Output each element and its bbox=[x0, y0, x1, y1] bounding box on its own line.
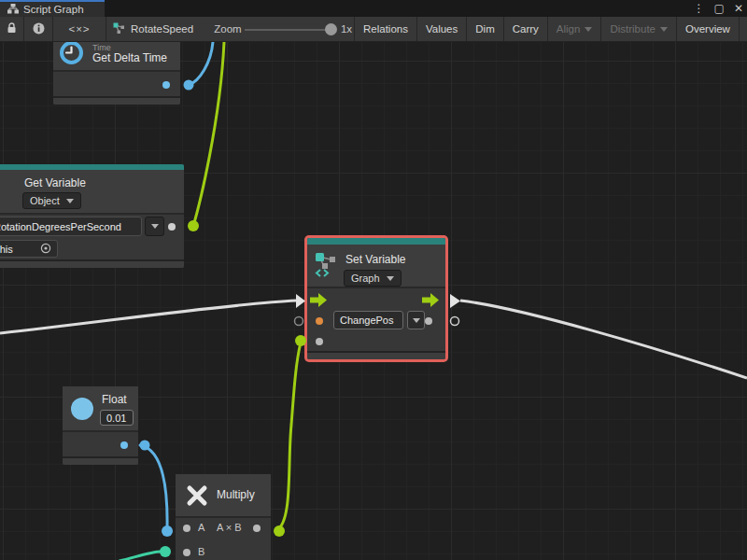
variable-name-dropdown-button[interactable] bbox=[407, 311, 425, 329]
port-multiply-a[interactable] bbox=[183, 525, 190, 532]
info-button[interactable] bbox=[24, 17, 53, 41]
port-get-variable-output[interactable] bbox=[168, 223, 176, 231]
wire-float-to-multiply[interactable] bbox=[140, 445, 167, 529]
toolbar-button-relations[interactable]: Relations bbox=[355, 17, 417, 41]
variable-icon bbox=[314, 251, 340, 281]
graph-tab-icon bbox=[7, 4, 19, 16]
toolbar-button-fullscreen[interactable]: Full Screen bbox=[740, 17, 747, 41]
chevron-down-icon bbox=[413, 318, 420, 323]
node-set-variable[interactable]: Set Variable Graph ChangePos bbox=[307, 238, 445, 359]
graph-canvas[interactable]: Time Get Delta Time Get Variable Object … bbox=[0, 42, 747, 560]
graph-breadcrumb[interactable]: RotateSpeed bbox=[112, 17, 201, 41]
graph-breadcrumb-icon bbox=[112, 21, 125, 36]
window-close-icon[interactable]: ✕ bbox=[734, 0, 743, 17]
zoom-label: Zoom bbox=[213, 17, 243, 41]
graph-toolbar: <×> RotateSpeed Zoom 1x Relations Values… bbox=[0, 17, 747, 42]
multiply-icon bbox=[183, 482, 211, 513]
port-value-input[interactable] bbox=[316, 338, 323, 345]
toolbar-button-values[interactable]: Values bbox=[417, 17, 467, 41]
toolbar-button-align[interactable]: Align bbox=[548, 17, 602, 41]
tab-bar: Script Graph ⋮ ▢ ✕ bbox=[0, 0, 747, 17]
variable-name-field[interactable]: RotationDegreesPerSecond bbox=[0, 217, 142, 236]
zoom-slider-handle[interactable] bbox=[325, 23, 337, 35]
node-accent-strip bbox=[307, 238, 445, 245]
lock-button[interactable] bbox=[0, 17, 24, 41]
tab-script-graph[interactable]: Script Graph bbox=[0, 0, 105, 17]
node-title: Set Variable bbox=[345, 253, 405, 266]
free-port-right bbox=[451, 317, 459, 326]
wire-endpoint-teal[interactable] bbox=[160, 546, 171, 557]
port-delta-time-output[interactable] bbox=[162, 81, 170, 89]
wire-control-out[interactable] bbox=[460, 301, 747, 378]
target-object-field[interactable]: This bbox=[0, 240, 58, 258]
port-set-variable-output[interactable] bbox=[425, 317, 432, 325]
wire-endpoint-lime[interactable] bbox=[274, 525, 285, 537]
variable-name-dropdown-button[interactable] bbox=[145, 217, 164, 236]
variable-scope-dropdown[interactable]: Graph bbox=[344, 270, 402, 287]
node-title: Float bbox=[102, 393, 127, 406]
code-icon: <×> bbox=[68, 23, 90, 35]
port-label-b: B bbox=[198, 546, 204, 557]
free-port-left bbox=[295, 317, 303, 326]
info-icon bbox=[33, 22, 45, 36]
node-title: Multiply bbox=[217, 488, 255, 501]
object-picker-icon[interactable] bbox=[40, 243, 51, 256]
wire-control-in[interactable] bbox=[0, 301, 296, 333]
wire-multiply-to-set-variable[interactable] bbox=[279, 343, 301, 528]
clock-icon bbox=[59, 42, 84, 69]
wire-endpoint-blue[interactable] bbox=[162, 525, 173, 537]
wire-endpoint-blue[interactable] bbox=[184, 80, 194, 91]
flow-input-arrow[interactable] bbox=[310, 293, 327, 311]
port-float-output[interactable] bbox=[120, 441, 128, 449]
chevron-down-icon bbox=[387, 276, 394, 281]
node-title: Get Variable bbox=[24, 176, 86, 189]
lock-icon bbox=[7, 22, 17, 35]
toolbar-button-dim[interactable]: Dim bbox=[467, 17, 503, 41]
wire-endpoint-lime[interactable] bbox=[295, 335, 306, 346]
chevron-down-icon bbox=[66, 199, 74, 203]
zoom-value: 1x bbox=[338, 17, 355, 41]
chevron-down-icon bbox=[151, 224, 159, 229]
float-value-field[interactable]: 0.01 bbox=[100, 410, 134, 426]
port-multiply-result[interactable] bbox=[253, 525, 261, 532]
tab-title: Script Graph bbox=[23, 4, 84, 15]
wire-delta-time[interactable] bbox=[189, 42, 213, 85]
port-label-a: A bbox=[198, 522, 204, 533]
zoom-slider-track[interactable] bbox=[245, 29, 329, 31]
node-get-variable[interactable]: Get Variable Object RotationDegreesPerSe… bbox=[0, 164, 184, 268]
variable-scope-dropdown[interactable]: Object bbox=[22, 192, 81, 209]
window-maximize-icon[interactable]: ▢ bbox=[714, 0, 725, 17]
node-multiply[interactable]: Multiply A A × B B bbox=[176, 474, 271, 560]
chevron-down-icon bbox=[660, 27, 668, 32]
wire-get-variable[interactable] bbox=[193, 42, 224, 226]
node-float[interactable]: Float 0.01 bbox=[63, 386, 138, 465]
control-arrowhead-out bbox=[450, 294, 460, 308]
wire-endpoint-lime[interactable] bbox=[188, 220, 199, 231]
float-icon bbox=[70, 397, 94, 425]
variable-name-field[interactable]: ChangePos bbox=[333, 311, 403, 329]
port-multiply-b[interactable] bbox=[183, 549, 190, 556]
control-arrowhead-in bbox=[296, 294, 305, 308]
port-label-result: A × B bbox=[217, 522, 242, 533]
graph-name: RotateSpeed bbox=[131, 23, 193, 35]
toolbar-button-overview[interactable]: Overview bbox=[677, 17, 740, 41]
wire-endpoint-blue[interactable] bbox=[140, 441, 150, 451]
script-graph-window: Script Graph ⋮ ▢ ✕ <×> bbox=[0, 0, 747, 560]
node-title: Get Delta Time bbox=[92, 52, 167, 65]
port-variable-name-input[interactable] bbox=[316, 317, 323, 325]
code-preview-button[interactable]: <×> bbox=[53, 17, 106, 41]
chevron-down-icon bbox=[585, 27, 592, 32]
wire-to-multiply-b[interactable] bbox=[120, 552, 161, 560]
window-menu-icon[interactable]: ⋮ bbox=[694, 0, 705, 17]
toolbar-button-distribute[interactable]: Distribute bbox=[601, 17, 677, 41]
node-get-delta-time[interactable]: Time Get Delta Time bbox=[53, 42, 180, 105]
flow-output-arrow[interactable] bbox=[422, 293, 439, 311]
toolbar-button-carry[interactable]: Carry bbox=[504, 17, 548, 41]
